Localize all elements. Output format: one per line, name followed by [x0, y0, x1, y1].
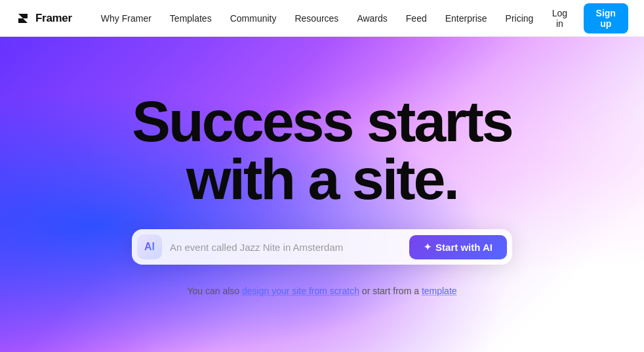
hero-title: Success starts with a site. — [132, 93, 512, 208]
framer-logo-icon — [16, 11, 30, 26]
start-ai-label: Start with AI — [435, 242, 493, 253]
template-link[interactable]: template — [422, 286, 457, 296]
ai-icon: AI — [144, 241, 155, 253]
nav-item-awards[interactable]: Awards — [349, 9, 395, 28]
navbar: Framer Why Framer Templates Community Re… — [0, 0, 644, 37]
subtext-middle: or start from a — [362, 286, 422, 296]
nav-item-templates[interactable]: Templates — [162, 9, 220, 28]
nav-item-resources[interactable]: Resources — [287, 9, 346, 28]
sparkle-icon: ✦ — [424, 242, 432, 252]
ai-icon-wrapper: AI — [137, 234, 162, 259]
design-from-scratch-link[interactable]: design your site from scratch — [242, 286, 359, 296]
hero-title-line1: Success starts — [132, 89, 512, 154]
search-bar: AI ✦ Start with AI — [137, 234, 507, 259]
logo-text: Framer — [35, 12, 72, 25]
start-with-ai-button[interactable]: ✦ Start with AI — [409, 235, 507, 259]
hero-title-line2: with a site. — [186, 146, 458, 211]
hero-subtext: You can also design your site from scrat… — [187, 286, 456, 296]
nav-item-feed[interactable]: Feed — [398, 9, 435, 28]
nav-item-why-framer[interactable]: Why Framer — [93, 9, 159, 28]
nav-item-enterprise[interactable]: Enterprise — [437, 9, 495, 28]
hero-section: Success starts with a site. AI ✦ Start w… — [0, 37, 644, 352]
navbar-actions: Log in Sign up — [541, 3, 628, 33]
search-bar-container: AI ✦ Start with AI — [132, 229, 512, 265]
search-input[interactable] — [170, 239, 401, 255]
subtext-prefix: You can also — [187, 286, 242, 296]
signup-button[interactable]: Sign up — [584, 3, 629, 33]
nav-menu: Why Framer Templates Community Resources… — [93, 9, 542, 28]
nav-item-community[interactable]: Community — [222, 9, 285, 28]
logo[interactable]: Framer — [16, 11, 72, 26]
hero-content: Success starts with a site. AI ✦ Start w… — [132, 93, 512, 296]
nav-item-pricing[interactable]: Pricing — [498, 9, 542, 28]
login-button[interactable]: Log in — [541, 3, 578, 33]
